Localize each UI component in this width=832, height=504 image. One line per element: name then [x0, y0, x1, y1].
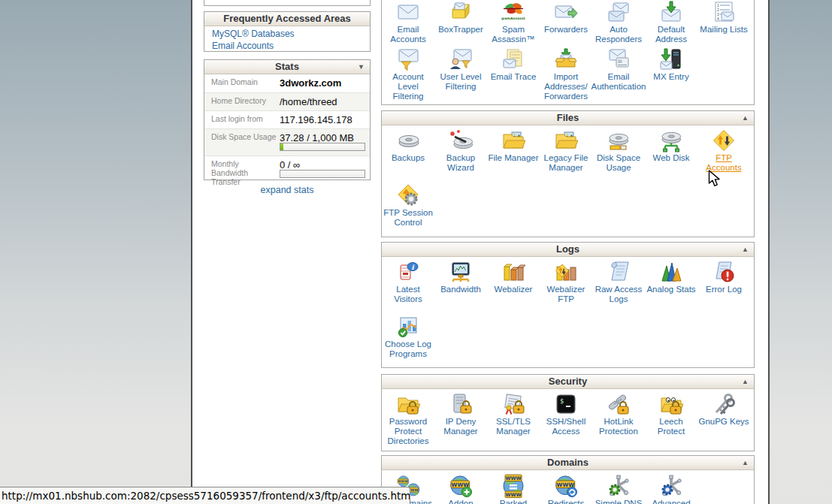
- main-panel: Email AccountsBoxTrapperSpamAssassinSpam…: [381, 0, 755, 504]
- hotlink-protection-icon: [607, 392, 631, 416]
- app-boxtrapper[interactable]: BoxTrapper: [434, 0, 487, 35]
- app-web-disk[interactable]: Web Disk: [645, 128, 697, 163]
- app-analog-stats[interactable]: Analog Stats: [645, 260, 697, 294]
- stat-value: 0 / ∞: [280, 159, 300, 171]
- app-ssh-shell-access[interactable]: $SSH/Shell Access: [540, 392, 592, 436]
- choose-log-programs-icon: [396, 315, 420, 339]
- app-spam-assassin[interactable]: SpamAssassinSpam Assassin™: [487, 0, 540, 44]
- app-label: Account Level Filtering: [382, 72, 434, 101]
- app-email-authentication[interactable]: Email Authentication: [592, 47, 645, 92]
- app-label: Bandwidth: [434, 285, 487, 294]
- app-label: Legacy File Manager: [540, 153, 592, 173]
- app-email-accounts[interactable]: Email Accounts: [382, 0, 434, 44]
- app-label: Error Log: [697, 285, 750, 294]
- stat-row-disk-space-usage: Disk Space Usage37.28 / 1,000 MB: [204, 128, 370, 155]
- app-email-trace[interactable]: Email Trace: [487, 47, 540, 82]
- app-legacy-file-manager[interactable]: Legacy File Manager: [540, 128, 592, 173]
- section-header-domains[interactable]: Domains▲: [382, 456, 754, 470]
- app-redirects[interactable]: WWWRedirects: [540, 474, 592, 504]
- app-label: SSL/TLS Manager: [487, 417, 540, 436]
- stats-title: Stats: [275, 61, 299, 72]
- frequently-accessed-areas-box: Frequently Accessed Areas MySQL® Databas…: [204, 11, 371, 52]
- section-files: Files▲BackupsBackup WizardFile ManagerLe…: [381, 110, 755, 237]
- svg-text:WWW: WWW: [398, 479, 408, 483]
- advanced-dns-icon: [659, 474, 683, 498]
- items-row: Password Protect DirectoriesIP Deny Mana…: [382, 392, 754, 446]
- app-hotlink-protection[interactable]: HotLink Protection: [592, 392, 645, 436]
- app-error-log[interactable]: Error Log: [697, 260, 750, 294]
- disk-space-usage-icon: [607, 128, 631, 152]
- items-row: Account Level FilteringUser Level Filter…: [382, 47, 754, 101]
- app-label: Leech Protect: [645, 417, 697, 436]
- app-default-address[interactable]: Default Address: [645, 0, 697, 44]
- webalizer-ftp-icon: [554, 260, 578, 284]
- app-raw-access-logs[interactable]: Raw Access Logs: [592, 260, 645, 304]
- stats-header[interactable]: Stats ▼: [204, 60, 370, 74]
- app-label: Forwarders: [540, 25, 592, 35]
- stat-label: Main Domain: [211, 77, 277, 86]
- app-simple-dns[interactable]: Simple DNS: [592, 474, 645, 504]
- stat-value: /home/threed: [280, 96, 337, 107]
- app-backup-wizard[interactable]: Backup Wizard: [434, 128, 487, 173]
- email-trace-icon: [501, 47, 525, 71]
- leech-protect-icon: [659, 392, 683, 416]
- collapse-up-icon[interactable]: ▲: [742, 111, 749, 125]
- email-accounts-icon: [396, 0, 420, 24]
- app-user-level-filtering[interactable]: User Level Filtering: [434, 47, 487, 92]
- account-level-filtering-icon: [396, 47, 420, 71]
- app-parked[interactable]: WWWWWWParked: [487, 474, 540, 504]
- app-ftp-accounts[interactable]: FTP Accounts: [697, 128, 750, 173]
- app-webalizer[interactable]: Webalizer: [487, 260, 540, 294]
- section-header-files[interactable]: Files▲: [382, 111, 754, 125]
- app-backups[interactable]: Backups: [382, 128, 434, 163]
- app-label: Password Protect Directories: [382, 417, 434, 446]
- forwarders-icon: [554, 0, 578, 24]
- app-addon[interactable]: WWWAddon: [434, 474, 487, 504]
- section-mail: Email AccountsBoxTrapperSpamAssassinSpam…: [381, 0, 755, 105]
- app-bandwidth[interactable]: Bandwidth: [434, 260, 487, 294]
- link-email-accounts[interactable]: Email Accounts: [212, 41, 370, 53]
- app-advanced[interactable]: Advanced: [645, 474, 697, 504]
- app-gnupg-keys[interactable]: GnuPG Keys: [697, 392, 750, 427]
- app-label: Addon: [434, 499, 487, 504]
- app-forwarders[interactable]: Forwarders: [540, 0, 592, 35]
- ftp-session-control-icon: [396, 183, 420, 207]
- app-file-manager[interactable]: File Manager: [487, 128, 540, 163]
- stat-row-home-directory: Home Directory/home/threed: [204, 92, 370, 110]
- items-row: BackupsBackup WizardFile ManagerLegacy F…: [382, 128, 754, 173]
- app-mx-entry[interactable]: MX Entry: [645, 47, 697, 82]
- usage-progress-bar: [280, 170, 365, 178]
- sidebar: Frequently Accessed Areas MySQL® Databas…: [204, 0, 371, 504]
- app-latest-visitors[interactable]: iLatest Visitors: [382, 260, 434, 304]
- app-leech-protect[interactable]: Leech Protect: [645, 392, 697, 436]
- app-label: GnuPG Keys: [697, 417, 750, 427]
- usage-progress-bar: [280, 143, 365, 151]
- collapse-down-icon[interactable]: ▼: [358, 60, 365, 74]
- collapse-up-icon[interactable]: ▲: [742, 375, 749, 388]
- app-webalizer-ftp[interactable]: Webalizer FTP: [540, 260, 592, 304]
- collapse-up-icon[interactable]: ▲: [742, 243, 749, 256]
- section-header-security[interactable]: Security▲: [382, 375, 754, 389]
- app-auto-responders[interactable]: Auto Responders: [592, 0, 645, 44]
- app-ssl-tls-manager[interactable]: SSL/TLS Manager: [487, 392, 540, 436]
- app-mailing-lists[interactable]: 1234Mailing Lists: [697, 0, 750, 35]
- link-mysql-databases[interactable]: MySQL® Databases: [212, 29, 370, 41]
- app-choose-log-programs[interactable]: Choose Log Programs: [382, 315, 434, 359]
- app-label: Latest Visitors: [382, 285, 434, 304]
- collapse-up-icon[interactable]: ▲: [742, 456, 749, 469]
- app-ip-deny-manager[interactable]: IP Deny Manager: [434, 392, 487, 436]
- default-address-icon: [659, 0, 683, 24]
- app-account-level-filtering[interactable]: Account Level Filtering: [382, 47, 434, 101]
- app-ftp-session-control[interactable]: FTP Session Control: [382, 183, 434, 228]
- spam-assassin-icon: SpamAssassin: [501, 0, 525, 24]
- section-logs: Logs▲iLatest VisitorsBandwidthWebalizerW…: [381, 242, 755, 368]
- expand-stats-link[interactable]: expand stats: [204, 185, 371, 195]
- app-label: Default Address: [645, 25, 697, 44]
- mailing-lists-icon: 1234: [712, 0, 736, 24]
- email-authentication-icon: [607, 47, 631, 71]
- app-label: Web Disk: [645, 153, 697, 163]
- app-password-protect-directories[interactable]: Password Protect Directories: [382, 392, 434, 446]
- section-header-logs[interactable]: Logs▲: [382, 243, 754, 257]
- app-disk-space-usage[interactable]: Disk Space Usage: [592, 128, 645, 173]
- svg-text:SpamAssassin: SpamAssassin: [501, 17, 525, 20]
